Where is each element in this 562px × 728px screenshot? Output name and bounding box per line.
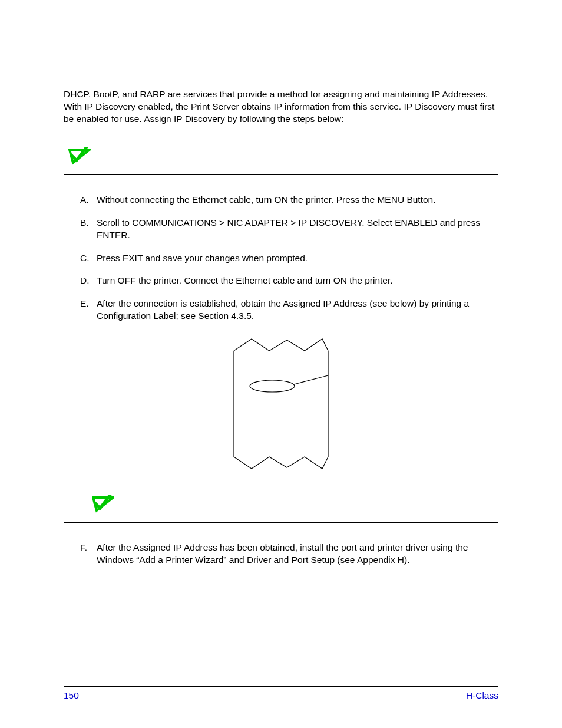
step-text: After the connection is established, obt… (97, 298, 498, 322)
step-text: Without connecting the Ethernet cable, t… (97, 194, 498, 206)
steps-list-bottom: F. After the Assigned IP Address has bee… (64, 542, 498, 566)
step-letter: D. (80, 275, 97, 287)
configuration-label-illustration (228, 333, 334, 475)
svg-line-4 (294, 375, 328, 384)
step-letter: A. (80, 194, 97, 206)
checkmark-icon (92, 495, 114, 513)
step-b: B. Scroll to COMMUNICATIONS > NIC ADAPTE… (80, 217, 498, 242)
step-letter: B. (80, 217, 97, 229)
step-text: Press EXIT and save your changes when pr… (97, 252, 498, 265)
note-block-bottom (64, 489, 498, 523)
step-c: C. Press EXIT and save your changes when… (80, 252, 498, 265)
intro-paragraph: DHCP, BootP, and RARP are services that … (64, 88, 498, 126)
note-block-top (64, 141, 498, 175)
step-letter: C. (80, 252, 97, 265)
page: DHCP, BootP, and RARP are services that … (0, 0, 562, 728)
step-text: After the Assigned IP Address has been o… (97, 542, 498, 566)
model-name: H-Class (466, 690, 498, 701)
step-letter: F. (80, 542, 97, 554)
step-letter: E. (80, 298, 97, 310)
page-number: 150 (64, 690, 79, 701)
checkmark-icon (68, 147, 91, 165)
step-text: Scroll to COMMUNICATIONS > NIC ADAPTER >… (97, 217, 498, 242)
page-footer: 150 H-Class (64, 686, 498, 701)
steps-list-top: A. Without connecting the Ethernet cable… (64, 194, 498, 322)
step-f: F. After the Assigned IP Address has bee… (80, 542, 498, 566)
step-e: E. After the connection is established, … (80, 298, 498, 322)
step-text: Turn OFF the printer. Connect the Ethern… (97, 275, 498, 287)
step-d: D. Turn OFF the printer. Connect the Eth… (80, 275, 498, 287)
svg-point-3 (250, 380, 295, 392)
step-a: A. Without connecting the Ethernet cable… (80, 194, 498, 206)
